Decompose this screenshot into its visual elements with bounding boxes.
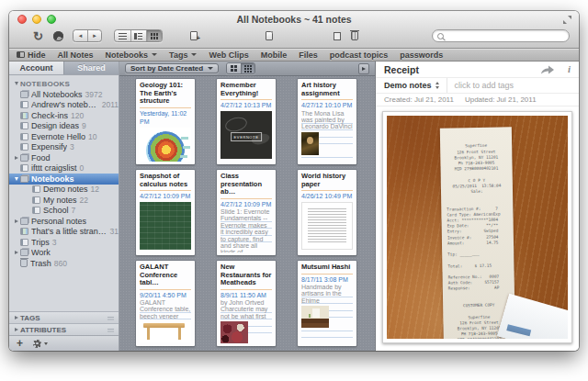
note-card-date: Yesterday, 11:02 PM (140, 109, 191, 127)
shortcut-mobile[interactable]: Mobile (261, 50, 288, 60)
sidebar-item-notebooks[interactable]: Notebooks (9, 174, 119, 185)
note-card-date: 4/27/12 10:09 PM (220, 200, 272, 209)
disclosure-triangle-icon[interactable] (13, 316, 20, 319)
sidebar-item-expensify[interactable]: Expensify3 (9, 142, 119, 153)
small-grid-icon (244, 65, 252, 73)
close-button[interactable] (17, 15, 27, 24)
fullscreen-icon[interactable] (563, 16, 571, 24)
info-icon[interactable]: i (568, 64, 571, 74)
share-icon[interactable] (540, 65, 555, 74)
note-card-title: Geology 101: The Earth's structure (140, 82, 191, 108)
sidebar-section-notebooks[interactable]: NOTEBOOKS (9, 78, 119, 89)
expand-note-button[interactable] (358, 63, 369, 74)
note-meta-row: Demo notes click to add tags (376, 78, 579, 94)
disclosure-triangle-icon[interactable] (13, 328, 20, 331)
section-grip-icon[interactable] (107, 317, 114, 318)
note-card-remember-everything[interactable]: Remember Everything! 4/27/12 10:13 PM EV… (217, 79, 276, 164)
chevron-down-icon (152, 53, 157, 56)
search-input[interactable] (447, 31, 564, 40)
back-button[interactable]: ◂ (74, 30, 87, 41)
card-view-button[interactable] (146, 30, 162, 41)
note-card-body: EVERNOTE (220, 110, 272, 162)
note-page-button[interactable] (266, 31, 273, 40)
shortcut-passwords[interactable]: passwords (400, 50, 443, 60)
disclosure-triangle-icon[interactable] (13, 219, 20, 223)
sidebar-item-evernote-hello[interactable]: Evernote Hello10 (9, 131, 119, 142)
settings-button[interactable] (33, 340, 48, 348)
note-list: Sort by Date Created Geology 101: The Ea… (119, 62, 375, 351)
sidebar-item-check-ins[interactable]: Check-ins120 (9, 110, 119, 121)
sidebar-item-my-notes[interactable]: My notes22 (9, 195, 119, 206)
shortcut-files[interactable]: Files (299, 50, 318, 60)
note-card-world-history[interactable]: World history paper 4/26/12 10:49 PM (298, 170, 356, 255)
copy-note-button[interactable] (334, 32, 341, 40)
sidebar-section-attributes[interactable]: ATTRIBUTES (9, 323, 119, 335)
list-view-button[interactable] (115, 30, 130, 41)
trash-button[interactable] (351, 31, 358, 40)
note-card-galant-table[interactable]: GALANT Conference tabl… 9/20/11 4:50 PM … (136, 261, 195, 346)
zoom-button[interactable] (47, 15, 56, 24)
large-grid-button[interactable] (227, 63, 241, 73)
disclosure-triangle-icon[interactable] (13, 82, 20, 85)
disclosure-triangle-icon[interactable] (13, 251, 20, 254)
title-bar[interactable]: All Notebooks ~ 41 notes (9, 11, 579, 27)
sync-button[interactable]: ↻ (33, 30, 43, 42)
sidebar-item-food[interactable]: Food (9, 152, 119, 163)
activity-button[interactable] (53, 31, 73, 41)
tags-field[interactable]: click to add tags (447, 78, 571, 93)
note-card-new-restaurants[interactable]: New Restaurants for Meatheads 8/9/11 11:… (217, 261, 276, 346)
sidebar-item-design-ideas[interactable]: Design ideas9 (9, 121, 119, 132)
sidebar-item-trash[interactable]: Trash860 (9, 258, 119, 269)
note-card-geology[interactable]: Geology 101: The Earth's structure Yeste… (136, 79, 195, 164)
sidebar-item-work[interactable]: Work (9, 248, 119, 259)
note-card-art-history[interactable]: Art history assignment 4/27/12 10:10 PM … (298, 79, 356, 164)
sidebar-item-trips[interactable]: Trips3 (9, 237, 119, 248)
receipt-photo[interactable]: Superfine 126 Front Street Brooklyn, NY … (382, 111, 572, 343)
add-notebook-button[interactable]: + (17, 339, 23, 348)
sort-dropdown[interactable]: Sort by Date Created (125, 63, 219, 73)
sidebar-item-all-notebooks[interactable]: All Notebooks3972 (9, 89, 119, 100)
note-card-class-presentation[interactable]: Class presentation ab… 4/27/12 10:09 PM … (217, 170, 276, 255)
minimize-button[interactable] (32, 15, 41, 24)
note-list-header: Sort by Date Created (119, 62, 375, 76)
new-note-button[interactable] (190, 31, 198, 40)
shortcut-all-notes[interactable]: All Notes (58, 50, 94, 60)
note-card-body: Handmade by artisans in the Ehime Prefec… (301, 284, 353, 343)
notebook-selector[interactable]: Demo notes (384, 81, 439, 90)
disclosure-triangle-icon[interactable] (13, 156, 20, 160)
sidebar-section-tags[interactable]: TAGS (9, 311, 119, 323)
screenshot: All Notebooks ~ 41 notes ↻ ◂ ▸ (0, 0, 588, 381)
sidebar-item-andrews-notebook[interactable]: Andrew's notebook2011 (9, 100, 119, 111)
calculus-chalkboard-thumbnail (140, 202, 191, 250)
small-grid-button[interactable] (241, 63, 254, 73)
shortcut-podcast-topics[interactable]: podcast topics (330, 50, 389, 60)
section-grip-icon[interactable] (107, 329, 114, 330)
notebook-icon (20, 143, 28, 151)
shortcut-notebooks[interactable]: Notebooks (106, 50, 158, 60)
sidebar-item-school[interactable]: School7 (9, 206, 119, 217)
note-card-calculus[interactable]: Snapshot of calculus notes 4/27/12 10:09… (136, 170, 195, 255)
note-dates-row: Created: Jul 21, 2011 Updated: Jul 21, 2… (376, 94, 579, 106)
tab-shared[interactable]: Shared (63, 62, 119, 74)
hide-sidebar-button[interactable]: Hide (17, 50, 46, 60)
sidebar-item-demo-notes[interactable]: Demo notes12 (9, 185, 119, 196)
snippet-view-button[interactable] (130, 30, 146, 41)
note-card-date: 4/27/12 10:10 PM (301, 101, 353, 110)
sidebar-item-thats-a-little-strange[interactable]: That's a little strange31 (9, 227, 119, 238)
note-card-mutsumi-hashi[interactable]: Mutsumi Hashi 8/17/11 3:08 PM Handmade b… (298, 261, 356, 346)
shortcut-web-clips[interactable]: Web Clips (209, 50, 248, 60)
sidebar-item-ifttt-craigslist[interactable]: ifttt craigslist0 (9, 163, 119, 174)
note-title[interactable]: Receipt (384, 64, 419, 75)
disclosure-triangle-icon[interactable] (13, 177, 20, 181)
shortcut-tags[interactable]: Tags (169, 50, 197, 60)
tab-account[interactable]: Account (9, 62, 63, 74)
notebook-icon (20, 101, 28, 108)
note-card-date: 8/9/11 11:50 AM (220, 291, 272, 300)
note-card-title: Snapshot of calculus notes (140, 173, 191, 191)
forward-button[interactable]: ▸ (87, 30, 101, 41)
search-field[interactable] (432, 29, 570, 42)
sidebar-item-personal-notes[interactable]: Personal notes (9, 216, 119, 227)
notebook-icon (20, 133, 28, 140)
receipt-body-text: Transaction #: 7 Card Type: AmericanExp … (444, 206, 512, 292)
back-forward-control: ◂ ▸ (73, 29, 102, 42)
